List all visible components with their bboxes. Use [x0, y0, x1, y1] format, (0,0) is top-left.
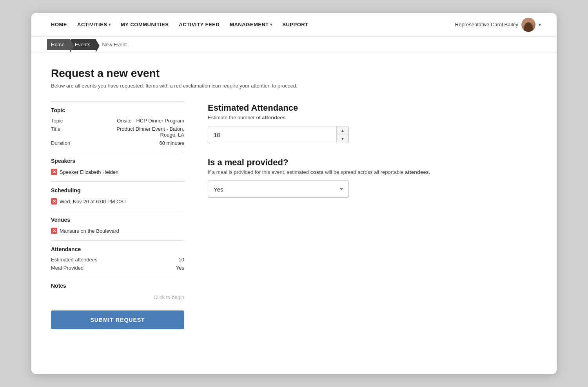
estimated-attendance-form-section: Estimated Attendance Estimate the number… [208, 103, 537, 143]
estimated-attendees-label: Estimated attendees [51, 257, 98, 263]
topic-header: Topic [51, 107, 184, 113]
scheduling-header: Scheduling [51, 187, 184, 194]
attendance-input[interactable] [208, 126, 336, 143]
spinner-buttons: ▲ ▼ [336, 126, 348, 143]
app-container: HOME ACTIVITIES ▾ MY COMMUNITIES ACTIVIT… [31, 13, 557, 374]
user-label: Representative Carol Bailey [455, 22, 518, 27]
breadcrumb-current: New Event [96, 39, 132, 50]
title-value: Product Dinner Event - Baton, Rouge, LA [106, 126, 184, 138]
speakers-header: Speakers [51, 158, 184, 164]
submit-request-button[interactable]: SUBMIT REQUEST [51, 310, 184, 329]
breadcrumb-home[interactable]: Home [47, 39, 70, 50]
duration-value: 60 minutes [159, 140, 184, 146]
attendance-header: Attendance [51, 246, 184, 252]
venue-error-row[interactable]: ✕ Mansurs on the Boulevard [51, 226, 184, 235]
speaker-error-row[interactable]: ✕ Speaker Elizabeth Heiden [51, 167, 184, 177]
meal-provided-title: Is a meal provided? [208, 157, 537, 168]
avatar-silhouette [524, 22, 533, 32]
navbar: HOME ACTIVITIES ▾ MY COMMUNITIES ACTIVIT… [31, 13, 557, 37]
attendance-section: Attendance Estimated attendees 10 Meal P… [51, 240, 184, 272]
topic-label: Topic [51, 118, 63, 124]
scheduling-value: Wed, Nov 20 at 6:00 PM CST [60, 199, 127, 204]
venues-header: Venues [51, 217, 184, 223]
breadcrumb: Home Events New Event [31, 37, 557, 53]
topic-row: Topic Onsite - HCP Dinner Program [51, 117, 184, 125]
nav-user[interactable]: Representative Carol Bailey ▾ [455, 18, 541, 32]
meal-select-wrapper: Yes No [208, 181, 349, 198]
nav-management[interactable]: MANAGEMENT ▾ [226, 19, 276, 30]
breadcrumb-events[interactable]: Events [71, 39, 96, 50]
meal-provided-value: Yes [176, 265, 184, 271]
content-area: Request a new event Below are all events… [31, 53, 557, 343]
venue-name: Mansurs on the Boulevard [60, 228, 119, 234]
duration-row: Duration 60 minutes [51, 139, 184, 147]
meal-provided-desc: If a meal is provided for this event, es… [208, 169, 537, 175]
topic-section: Topic Topic Onsite - HCP Dinner Program … [51, 101, 184, 147]
speakers-section: Speakers ✕ Speaker Elizabeth Heiden [51, 152, 184, 177]
speaker-name: Speaker Elizabeth Heiden [60, 169, 118, 175]
spinner-down[interactable]: ▼ [337, 135, 348, 143]
venues-section: Venues ✕ Mansurs on the Boulevard [51, 211, 184, 235]
page-subtitle: Below are all events you have requested.… [51, 83, 537, 89]
duration-label: Duration [51, 140, 70, 146]
title-row: Title Product Dinner Event - Baton, Roug… [51, 125, 184, 139]
avatar [521, 18, 535, 32]
nav-my-communities[interactable]: MY COMMUNITIES [117, 19, 172, 30]
nav-links: HOME ACTIVITIES ▾ MY COMMUNITIES ACTIVIT… [47, 19, 455, 30]
venue-error-icon: ✕ [51, 228, 57, 234]
estimated-attendance-desc: Estimate the number of attendees [208, 115, 537, 120]
user-dropdown-arrow: ▾ [539, 22, 541, 27]
scheduling-section: Scheduling ✕ Wed, Nov 20 at 6:00 PM CST [51, 181, 184, 206]
attendance-spinner[interactable]: ▲ ▼ [208, 126, 349, 143]
meal-provided-select[interactable]: Yes No [208, 181, 349, 198]
speaker-error-icon: ✕ [51, 169, 57, 175]
nav-home[interactable]: HOME [47, 19, 71, 30]
estimated-attendees-row: Estimated attendees 10 [51, 256, 184, 264]
left-panel: Topic Topic Onsite - HCP Dinner Program … [51, 101, 184, 329]
estimated-attendees-value: 10 [179, 257, 184, 263]
meal-provided-row: Meal Provided Yes [51, 264, 184, 272]
main-layout: Topic Topic Onsite - HCP Dinner Program … [51, 101, 537, 329]
spinner-up[interactable]: ▲ [337, 126, 348, 135]
notes-section: Notes Click to begin [51, 277, 184, 304]
topic-value: Onsite - HCP Dinner Program [117, 118, 184, 124]
title-label: Title [51, 126, 60, 132]
meal-provided-label: Meal Provided [51, 265, 83, 271]
scheduling-error-row[interactable]: ✕ Wed, Nov 20 at 6:00 PM CST [51, 197, 184, 206]
notes-header: Notes [51, 283, 184, 289]
notes-placeholder[interactable]: Click to begin [51, 292, 184, 304]
scheduling-error-icon: ✕ [51, 198, 57, 204]
nav-activity-feed[interactable]: ACTIVITY FEED [175, 19, 223, 30]
nav-support[interactable]: SUPPORT [278, 19, 312, 30]
estimated-attendance-title: Estimated Attendance [208, 103, 537, 113]
right-panel: Estimated Attendance Estimate the number… [208, 101, 537, 212]
avatar-image [521, 18, 535, 32]
nav-activities[interactable]: ACTIVITIES ▾ [73, 19, 114, 30]
meal-provided-form-section: Is a meal provided? If a meal is provide… [208, 157, 537, 198]
activities-dropdown-arrow: ▾ [109, 22, 111, 27]
page-title: Request a new event [51, 67, 537, 80]
management-dropdown-arrow: ▾ [270, 22, 272, 27]
